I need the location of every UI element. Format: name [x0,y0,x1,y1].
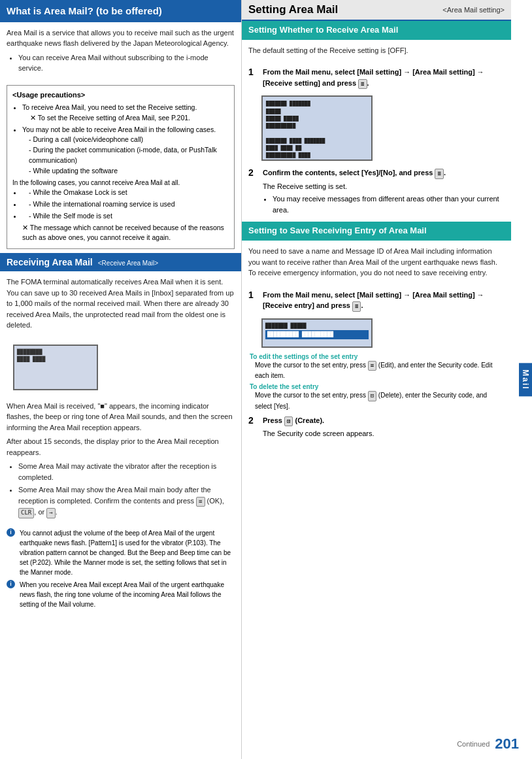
bottom-note2: i When you receive Area Mail except Area… [7,580,235,609]
step2: 2 Confirm the contents, select [Yes]/[No… [242,165,511,218]
precautions-box: <Usage precautions> To receive Area Mail… [7,85,235,250]
section1-header: Setting Whether to Receive Area Mail [242,21,511,40]
section2-intro: You need to save a name and Message ID o… [242,241,511,287]
right-column: Setting Area Mail <Area Mail setting> Se… [242,0,532,759]
left-column: What is Area Mail? (to be offered) Area … [0,0,242,759]
page-container: What is Area Mail? (to be offered) Area … [0,0,532,759]
when-received-text: When Area Mail is received, "■" appears,… [0,396,241,526]
screen-right-3: ███████ █████ ██████████ ██████████ [261,318,373,348]
receiving-header: Receiving Area Mail <Receive Area Mail> [0,253,241,271]
mail-sidebar-label: Mail [519,363,532,396]
screen-mockup-left: ████████ ████ ████ [13,345,98,390]
section2-header: Setting to Save Receiving Entry of Area … [242,222,511,241]
intro-section: Area Mail is a service that allows you t… [0,22,241,81]
screen-right-1: ███████ ███████ █████ █████ █████ ██████… [261,95,373,161]
section1-default: The default setting of the Receive setti… [242,40,511,65]
left-main-header: What is Area Mail? (to be offered) [0,0,241,22]
step3: 1 From the Mail menu, select [Mail setti… [242,287,511,314]
right-top-header: Setting Area Mail <Area Mail setting> [242,0,511,21]
step1: 1 From the Mail menu, select [Mail setti… [242,64,511,92]
step4: 2 Press ⊡ (Create). The Security code sc… [242,413,511,442]
receiving-body: The FOMA terminal automatically receives… [0,271,241,339]
page-footer: Continued 201 [457,735,519,752]
bottom-note1: i You cannot adjust the volume of the be… [7,528,235,577]
